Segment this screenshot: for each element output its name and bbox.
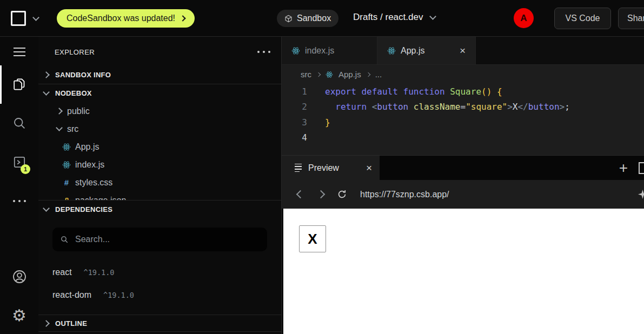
- devtools-view-button[interactable]: 1: [0, 155, 38, 170]
- file-name: App.js: [75, 142, 99, 152]
- search-view-button[interactable]: [0, 116, 38, 131]
- breadcrumb-folder[interactable]: src: [301, 70, 311, 79]
- sandbox-badge[interactable]: Sandbox: [277, 10, 338, 27]
- refresh-button[interactable]: [337, 189, 347, 199]
- section-dependencies[interactable]: DEPENDENCIES: [38, 201, 281, 218]
- user-avatar[interactable]: A: [514, 8, 534, 28]
- tab-label: App.js: [401, 46, 424, 56]
- chevron-down-icon: [32, 14, 39, 21]
- react-icon: [291, 46, 300, 55]
- search-icon: [12, 116, 27, 131]
- app-logo-menu[interactable]: [11, 11, 38, 26]
- vscode-button[interactable]: VS Code: [554, 8, 611, 29]
- account-icon: [11, 269, 28, 285]
- chevron-right-icon: [316, 72, 321, 76]
- json-file-icon: {}: [62, 196, 71, 200]
- code-editor[interactable]: 1export default function Square() {2 ret…: [282, 84, 644, 155]
- section-label: DEPENDENCIES: [55, 205, 112, 213]
- dependency-name: react-dom: [52, 290, 91, 300]
- breadcrumb-more[interactable]: ...: [375, 70, 382, 79]
- react-icon: [326, 71, 333, 78]
- add-pane-icon[interactable]: +: [619, 159, 628, 177]
- share-button[interactable]: Share: [618, 8, 644, 29]
- forward-button[interactable]: [316, 191, 325, 197]
- section-outline[interactable]: OUTLINE: [38, 315, 281, 331]
- breadcrumb: src App.js ...: [282, 65, 644, 84]
- account-button[interactable]: [0, 269, 38, 284]
- tab-index-js[interactable]: index.js: [282, 37, 377, 64]
- dependency-search-input[interactable]: [74, 234, 260, 245]
- refresh-icon: [337, 189, 347, 199]
- dependency-list: react^19.1.0react-dom^19.1.0: [38, 261, 281, 306]
- project-path-label: Drafts / react.dev: [353, 12, 423, 23]
- preview-list-icon: [295, 164, 302, 172]
- breadcrumb-file[interactable]: App.js: [338, 70, 361, 79]
- explorer-panel: EXPLORER SANDBOX INFO NODEBOX publicsrcA…: [38, 37, 282, 334]
- chevron-right-icon: [366, 72, 370, 76]
- dependency-version: ^19.1.0: [84, 268, 115, 277]
- back-button[interactable]: [296, 191, 304, 197]
- file-tree-item[interactable]: App.js: [38, 138, 281, 156]
- code-line[interactable]: 1export default function Square() {: [282, 84, 644, 99]
- main-menu-button[interactable]: [0, 44, 38, 59]
- preview-square-button[interactable]: X: [299, 225, 326, 252]
- file-tree-item[interactable]: index.js: [38, 156, 281, 173]
- preview-tab-label: Preview: [308, 163, 339, 173]
- project-path-menu[interactable]: Drafts / react.dev: [353, 12, 435, 23]
- devtools-badge: 1: [21, 164, 30, 174]
- chevron-down-icon: [56, 124, 63, 131]
- more-views-button[interactable]: [0, 193, 38, 209]
- line-number: 2: [282, 102, 325, 112]
- file-name: index.js: [75, 160, 104, 170]
- file-name: src: [67, 124, 78, 134]
- hamburger-icon: [14, 48, 25, 56]
- code-line[interactable]: 2 return <button className="square">X</b…: [282, 99, 644, 115]
- editor-tab-bar: index.js App.js ×: [282, 37, 644, 65]
- dependency-row[interactable]: react^19.1.0: [38, 261, 281, 284]
- react-icon: [62, 161, 71, 169]
- chevron-right-icon: [180, 15, 185, 21]
- css-file-icon: #: [62, 178, 71, 187]
- activity-bar: 1 ⚙: [0, 37, 38, 334]
- code-line[interactable]: 4: [282, 130, 644, 146]
- sparkle-icon[interactable]: [638, 190, 644, 199]
- line-number: 1: [282, 86, 325, 97]
- files-icon: [12, 77, 27, 92]
- file-tree-item[interactable]: #styles.css: [38, 173, 281, 191]
- file-tree-item[interactable]: public: [38, 102, 281, 120]
- close-preview-icon[interactable]: ×: [366, 162, 372, 174]
- cube-icon: [284, 15, 293, 23]
- close-tab-icon[interactable]: ×: [460, 45, 466, 56]
- file-tree-item[interactable]: src: [38, 120, 281, 138]
- explorer-header: EXPLORER: [38, 44, 281, 60]
- file-name: package.json: [75, 196, 126, 201]
- explorer-more-icon[interactable]: [257, 51, 270, 53]
- editor-column: index.js App.js × src App.js ... 1export…: [282, 37, 644, 334]
- chevron-right-icon: [56, 108, 63, 115]
- outline-block: OUTLINE: [38, 315, 281, 334]
- line-number: 3: [282, 117, 325, 128]
- file-tree-item[interactable]: {}package.json: [38, 191, 281, 200]
- settings-button[interactable]: ⚙: [0, 308, 38, 323]
- open-pane-icon[interactable]: [639, 162, 644, 174]
- preview-tab-row: Preview × +: [282, 155, 644, 180]
- tab-app-js[interactable]: App.js ×: [377, 37, 476, 64]
- chevron-right-icon: [43, 320, 50, 327]
- dependency-row[interactable]: react-dom^19.1.0: [38, 284, 281, 306]
- preview-content: X: [282, 209, 644, 334]
- dependency-version: ^19.1.0: [103, 291, 134, 299]
- preview-tab[interactable]: Preview ×: [282, 156, 380, 180]
- dependency-name: react: [52, 268, 72, 277]
- preview-url[interactable]: https://77sznp.csb.app/: [360, 190, 449, 199]
- react-icon: [62, 143, 71, 151]
- search-icon: [60, 235, 69, 244]
- section-nodebox[interactable]: NODEBOX: [38, 84, 281, 102]
- line-number: 4: [282, 132, 325, 143]
- code-line[interactable]: 3}: [282, 115, 644, 130]
- section-sandbox-info[interactable]: SANDBOX INFO: [38, 65, 281, 84]
- update-banner-button[interactable]: CodeSandbox was updated!: [57, 9, 195, 28]
- explorer-view-button[interactable]: [0, 77, 38, 92]
- update-banner-label: CodeSandbox was updated!: [67, 14, 175, 23]
- tab-label: index.js: [305, 46, 334, 56]
- react-icon: [387, 46, 396, 55]
